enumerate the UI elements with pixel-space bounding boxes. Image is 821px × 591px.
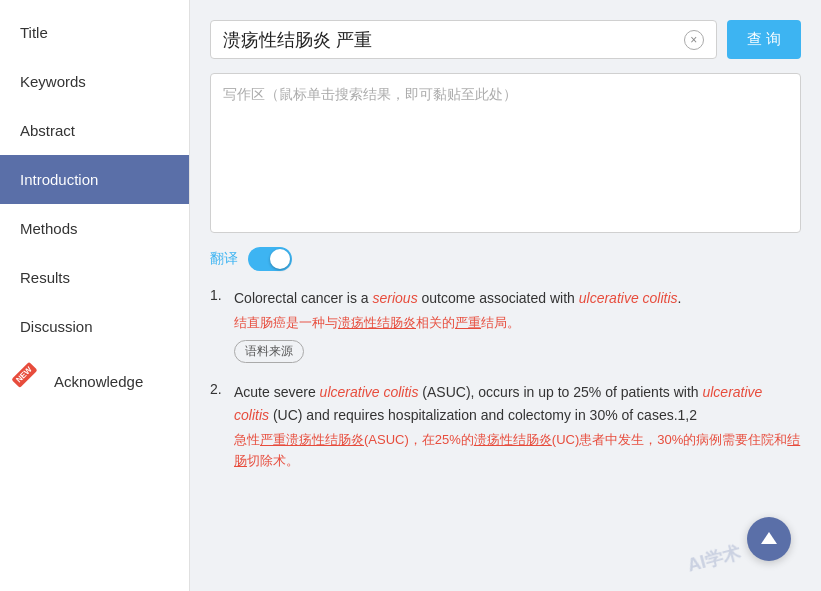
sidebar-item-label: Keywords	[20, 73, 86, 90]
sidebar-item-label: Title	[20, 24, 48, 41]
sidebar-item-label: Methods	[20, 220, 78, 237]
result-item[interactable]: 2. Acute severe ulcerative colitis (ASUC…	[210, 381, 801, 471]
keyword-uc-3: ulcerative colitis	[234, 384, 762, 422]
toggle-knob	[270, 249, 290, 269]
sidebar-item-label: Results	[20, 269, 70, 286]
sidebar-item-label: Acknowledge	[54, 373, 143, 390]
sidebar-item-label: Introduction	[20, 171, 98, 188]
sidebar-item-results[interactable]: Results	[0, 253, 189, 302]
search-input[interactable]	[223, 29, 676, 50]
result-cn-text: 结直肠癌是一种与溃疡性结肠炎相关的严重结局。	[234, 313, 801, 334]
main-content: × 查 询 写作区（鼠标单击搜索结果，即可黏贴至此处） 翻译 1. Colore…	[190, 0, 821, 591]
sidebar-item-discussion[interactable]: Discussion	[0, 302, 189, 351]
sidebar-item-methods[interactable]: Methods	[0, 204, 189, 253]
keyword-uc-2: ulcerative colitis	[320, 384, 419, 400]
clear-button[interactable]: ×	[684, 30, 704, 50]
result-en-text: Colorectal cancer is a serious outcome a…	[234, 287, 801, 309]
source-tag[interactable]: 语料来源	[234, 340, 304, 363]
scroll-top-arrow-icon	[761, 532, 777, 544]
results-list: 1. Colorectal cancer is a serious outcom…	[210, 287, 801, 472]
result-number: 2.	[210, 381, 222, 397]
result-item[interactable]: 1. Colorectal cancer is a serious outcom…	[210, 287, 801, 363]
writing-placeholder: 写作区（鼠标单击搜索结果，即可黏贴至此处）	[223, 86, 517, 102]
search-button[interactable]: 查 询	[727, 20, 801, 59]
search-input-wrapper: ×	[210, 20, 717, 59]
search-bar: × 查 询	[210, 20, 801, 59]
result-cn-text: 急性严重溃疡性结肠炎(ASUC)，在25%的溃疡性结肠炎(UC)患者中发生，30…	[234, 430, 801, 472]
result-number: 1.	[210, 287, 222, 303]
translate-toggle[interactable]	[248, 247, 292, 271]
sidebar-item-acknowledge[interactable]: NEW Acknowledge	[0, 351, 189, 411]
cn-keyword-2: 严重	[455, 315, 481, 330]
cn-keyword-1: 溃疡性结肠炎	[338, 315, 416, 330]
sidebar-item-label: Abstract	[20, 122, 75, 139]
new-badge: NEW	[11, 362, 37, 388]
translate-label: 翻译	[210, 250, 238, 268]
scroll-top-button[interactable]	[747, 517, 791, 561]
sidebar-item-introduction[interactable]: Introduction	[0, 155, 189, 204]
sidebar-item-keywords[interactable]: Keywords	[0, 57, 189, 106]
keyword-uc-1: ulcerative colitis	[579, 290, 678, 306]
sidebar-item-label: Discussion	[20, 318, 93, 335]
writing-area[interactable]: 写作区（鼠标单击搜索结果，即可黏贴至此处）	[210, 73, 801, 233]
sidebar-item-abstract[interactable]: Abstract	[0, 106, 189, 155]
cn-keyword-4: 溃疡性结肠炎	[474, 432, 552, 447]
translate-row: 翻译	[210, 247, 801, 271]
keyword-serious: serious	[373, 290, 418, 306]
sidebar-item-title[interactable]: Title	[0, 8, 189, 57]
result-en-text: Acute severe ulcerative colitis (ASUC), …	[234, 381, 801, 426]
sidebar: Title Keywords Abstract Introduction Met…	[0, 0, 190, 591]
cn-keyword-3: 严重溃疡性结肠炎	[260, 432, 364, 447]
